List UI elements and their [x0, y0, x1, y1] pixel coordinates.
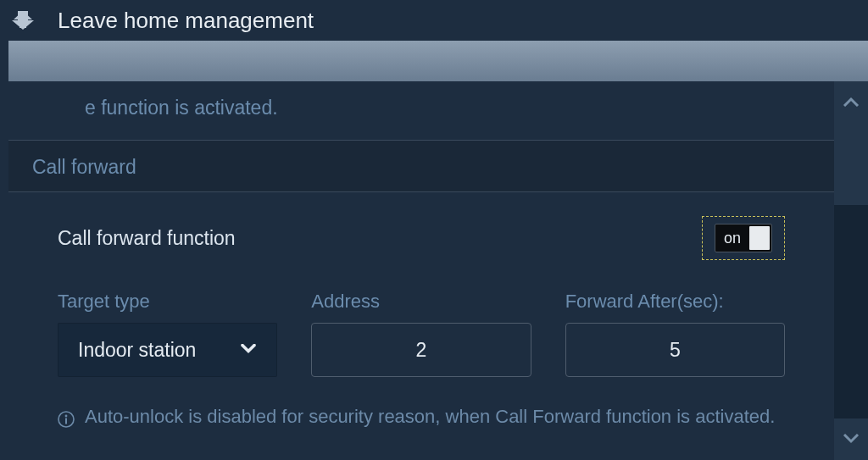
toggle-highlight: on — [702, 216, 785, 260]
address-label: Address — [311, 291, 531, 313]
toggle-row: Call forward function on — [8, 192, 834, 284]
call-forward-toggle[interactable]: on — [715, 224, 772, 252]
call-forward-label: Call forward function — [58, 227, 236, 250]
info-text: Auto-unlock is disabled for security rea… — [85, 402, 775, 430]
page-title: Leave home management — [58, 8, 314, 34]
page-header: Leave home management — [0, 0, 868, 41]
section-title-call-forward: Call forward — [8, 140, 834, 192]
target-type-value: Indoor station — [78, 339, 196, 362]
truncated-info-text: e function is activated. — [8, 81, 834, 140]
address-input[interactable]: 2 — [311, 323, 531, 377]
scroll-down-button[interactable] — [834, 418, 868, 459]
back-arrow-icon[interactable] — [10, 8, 36, 33]
svg-point-1 — [65, 415, 68, 418]
forward-after-input[interactable]: 5 — [565, 323, 785, 377]
scrollbar[interactable] — [834, 81, 868, 460]
gradient-bar — [8, 41, 868, 81]
forward-after-label: Forward After(sec): — [565, 291, 785, 313]
info-note: Auto-unlock is disabled for security rea… — [8, 377, 834, 441]
address-field: Address 2 — [311, 291, 531, 377]
content-area: e function is activated. Call forward Ca… — [8, 81, 834, 441]
scroll-up-button[interactable] — [834, 81, 868, 122]
forward-after-value: 5 — [670, 339, 681, 362]
target-type-field: Target type Indoor station — [58, 291, 277, 377]
svg-rect-2 — [65, 418, 67, 424]
toggle-state-text: on — [724, 230, 741, 247]
toggle-knob — [749, 226, 770, 250]
fields-row: Target type Indoor station Address 2 For… — [8, 284, 834, 377]
scroll-thumb[interactable] — [834, 205, 868, 418]
address-value: 2 — [416, 339, 427, 362]
info-icon — [58, 407, 75, 424]
forward-after-field: Forward After(sec): 5 — [565, 291, 785, 377]
chevron-down-icon — [240, 342, 257, 357]
target-type-label: Target type — [58, 291, 277, 313]
target-type-select[interactable]: Indoor station — [58, 323, 277, 377]
scroll-track[interactable] — [834, 122, 868, 418]
